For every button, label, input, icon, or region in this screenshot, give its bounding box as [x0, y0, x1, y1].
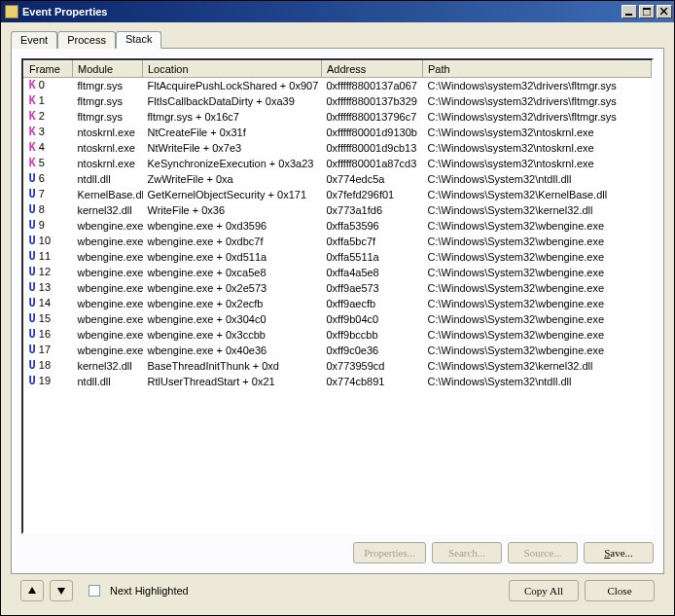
save-button[interactable]: Save... [584, 542, 654, 563]
next-highlighted-label: Next Highlighted [110, 585, 189, 597]
cell-address: 0xfffff80001a87cd3 [322, 156, 423, 171]
cell-path: C:\Windows\system32\drivers\fltmgr.sys [423, 109, 652, 125]
table-row[interactable]: U 18kernel32.dllBaseThreadInitThunk + 0x… [24, 358, 652, 374]
tab-panel: Frame Module Location Address Path K 0fl… [11, 48, 664, 574]
cell-frame: K 5 [24, 156, 73, 171]
cell-address: 0xff9c0e36 [322, 343, 423, 358]
table-row[interactable]: U 9wbengine.exewbengine.exe + 0xd35960xf… [24, 218, 652, 234]
cell-module: kernel32.dll [73, 358, 143, 374]
next-button[interactable] [50, 580, 73, 601]
cell-path: C:\Windows\System32\wbengine.exe [423, 343, 652, 358]
cell-location: wbengine.exe + 0x2ecfb [143, 296, 322, 311]
cell-address: 0xffa5511a [322, 249, 423, 265]
cell-frame: U 11 [24, 249, 73, 265]
cell-frame: K 2 [24, 109, 73, 125]
mode-letter: U [29, 297, 36, 310]
cell-location: GetKernelObjectSecurity + 0x171 [143, 187, 322, 202]
table-row[interactable]: K 1fltmgr.sysFltIsCallbackDataDirty + 0x… [24, 93, 652, 109]
table-row[interactable]: U 17wbengine.exewbengine.exe + 0x40e360x… [24, 343, 652, 358]
mode-letter: U [29, 250, 36, 264]
cell-frame: U 12 [24, 265, 73, 280]
cell-module: ntdll.dll [73, 171, 143, 187]
cell-path: C:\Windows\system32\ntoskrnl.exe [423, 125, 652, 140]
cell-address: 0xfffff80001d9cb13 [322, 140, 423, 156]
mode-letter: U [29, 235, 36, 248]
col-frame[interactable]: Frame [24, 61, 73, 78]
table-row[interactable]: U 16wbengine.exewbengine.exe + 0x3ccbb0x… [24, 327, 652, 343]
stack-table: Frame Module Location Address Path K 0fl… [23, 60, 652, 389]
cell-frame: U 7 [24, 187, 73, 202]
cell-module: fltmgr.sys [73, 93, 143, 109]
cell-address: 0xffa4a5e8 [322, 265, 423, 280]
prev-button[interactable] [20, 580, 44, 601]
table-row[interactable]: U 8kernel32.dllWriteFile + 0x360x773a1fd… [24, 202, 652, 218]
table-row[interactable]: K 3ntoskrnl.exeNtCreateFile + 0x31f0xfff… [24, 125, 652, 140]
cell-location: FltAcquirePushLockShared + 0x907 [143, 78, 322, 94]
tab-process[interactable]: Process [57, 31, 116, 49]
cell-path: C:\Windows\system32\ntoskrnl.exe [423, 156, 652, 171]
cell-module: ntoskrnl.exe [73, 140, 143, 156]
table-row[interactable]: K 5ntoskrnl.exeKeSynchronizeExecution + … [24, 156, 652, 171]
cell-frame: U 19 [24, 374, 73, 389]
stack-list[interactable]: Frame Module Location Address Path K 0fl… [21, 58, 654, 534]
tab-stack[interactable]: Stack [116, 31, 162, 49]
close-dialog-button[interactable]: Close [585, 580, 655, 601]
mode-letter: U [29, 266, 36, 279]
table-row[interactable]: U 12wbengine.exewbengine.exe + 0xca5e80x… [24, 265, 652, 280]
tab-strip: Event Process Stack [11, 30, 664, 48]
cell-address: 0xff9bccbb [322, 327, 423, 343]
cell-path: C:\Windows\System32\wbengine.exe [423, 311, 652, 327]
cell-location: wbengine.exe + 0xca5e8 [143, 265, 322, 280]
cell-module: wbengine.exe [73, 280, 143, 296]
arrow-down-icon [56, 586, 66, 596]
svg-rect-0 [625, 14, 632, 16]
table-row[interactable]: U 6ntdll.dllZwWriteFile + 0xa0x774edc5aC… [24, 171, 652, 187]
table-row[interactable]: U 11wbengine.exewbengine.exe + 0xd511a0x… [24, 249, 652, 265]
mode-letter: U [29, 344, 36, 357]
table-row[interactable]: U 7KernelBase.dllGetKernelObjectSecurity… [24, 187, 652, 202]
table-row[interactable]: U 13wbengine.exewbengine.exe + 0x2e5730x… [24, 280, 652, 296]
close-button[interactable] [657, 5, 672, 18]
cell-frame: U 17 [24, 343, 73, 358]
maximize-button[interactable] [639, 5, 655, 18]
table-row[interactable]: U 14wbengine.exewbengine.exe + 0x2ecfb0x… [24, 296, 652, 311]
window-title: Event Properties [22, 6, 620, 18]
col-path[interactable]: Path [423, 61, 652, 78]
cell-address: 0x773a1fd6 [322, 202, 423, 218]
col-address[interactable]: Address [322, 61, 423, 78]
table-row[interactable]: K 2fltmgr.sysfltmgr.sys + 0x16c70xfffff8… [24, 109, 652, 125]
cell-location: ZwWriteFile + 0xa [143, 171, 322, 187]
tab-event[interactable]: Event [11, 31, 57, 49]
title-bar: Event Properties [1, 1, 674, 22]
table-row[interactable]: K 4ntoskrnl.exeNtWriteFile + 0x7e30xffff… [24, 140, 652, 156]
next-highlighted-checkbox[interactable] [89, 585, 100, 597]
cell-location: wbengine.exe + 0x40e36 [143, 343, 322, 358]
col-location[interactable]: Location [143, 61, 322, 78]
cell-module: kernel32.dll [73, 202, 143, 218]
minimize-button[interactable] [622, 5, 637, 18]
cell-address: 0x774edc5a [322, 171, 423, 187]
table-row[interactable]: U 15wbengine.exewbengine.exe + 0x304c00x… [24, 311, 652, 327]
cell-location: wbengine.exe + 0x304c0 [143, 311, 322, 327]
cell-path: C:\Windows\system32\ntoskrnl.exe [423, 140, 652, 156]
cell-frame: U 18 [24, 358, 73, 374]
table-row[interactable]: K 0fltmgr.sysFltAcquirePushLockShared + … [24, 78, 652, 94]
cell-address: 0xff9b04c0 [322, 311, 423, 327]
cell-location: FltIsCallbackDataDirty + 0xa39 [143, 93, 322, 109]
cell-location: wbengine.exe + 0xd511a [143, 249, 322, 265]
col-module[interactable]: Module [73, 61, 143, 78]
source-button[interactable]: Source... [508, 542, 578, 563]
cell-module: wbengine.exe [73, 343, 143, 358]
cell-frame: U 9 [24, 218, 73, 234]
mode-letter: U [29, 172, 36, 186]
properties-button[interactable]: Properties... [353, 542, 426, 563]
table-row[interactable]: U 10wbengine.exewbengine.exe + 0xdbc7f0x… [24, 234, 652, 249]
cell-location: wbengine.exe + 0x3ccbb [143, 327, 322, 343]
svg-marker-5 [28, 587, 36, 594]
mode-letter: U [29, 328, 36, 342]
search-button[interactable]: Search... [432, 542, 502, 563]
cell-location: wbengine.exe + 0x2e573 [143, 280, 322, 296]
table-row[interactable]: U 19ntdll.dllRtlUserThreadStart + 0x210x… [24, 374, 652, 389]
copy-all-button[interactable]: Copy All [509, 580, 579, 601]
mode-letter: U [29, 312, 36, 326]
